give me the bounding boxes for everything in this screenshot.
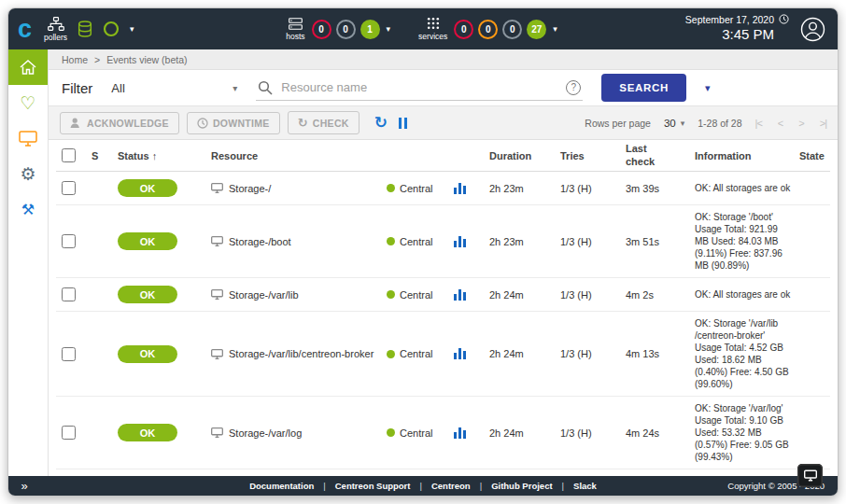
- app-window: c pollers ▾: [7, 7, 839, 497]
- check-button[interactable]: ↻ CHECK: [288, 111, 360, 134]
- acknowledge-button[interactable]: ACKNOWLEDGE: [60, 112, 179, 134]
- counter-badge-red[interactable]: 0: [312, 20, 331, 39]
- parent-cell[interactable]: Central: [387, 289, 454, 301]
- last-page-button[interactable]: >|: [820, 118, 826, 129]
- column-header-severity[interactable]: S: [92, 150, 118, 161]
- row-checkbox[interactable]: [62, 426, 76, 440]
- counter-badge-grey[interactable]: 0: [336, 20, 356, 39]
- separator: |: [419, 481, 421, 491]
- sidebar-item-configuration[interactable]: [8, 120, 48, 156]
- row-checkbox[interactable]: [62, 181, 76, 195]
- table-row[interactable]: OK Storage-/var/log Central 2h 24m 1/3 (…: [56, 397, 830, 469]
- column-header-information[interactable]: Information: [695, 150, 799, 161]
- table-row[interactable]: OK Storage-/ Central 2h 23m 1/3 (H) 3m 3…: [56, 172, 830, 205]
- graph-cell[interactable]: [454, 427, 489, 439]
- footer-link[interactable]: Centreon: [431, 481, 471, 491]
- chart-icon: [454, 289, 466, 301]
- pollers-menu[interactable]: pollers: [44, 17, 67, 42]
- row-checkbox[interactable]: [62, 287, 76, 301]
- counter-badge-red[interactable]: 0: [454, 20, 473, 39]
- column-header-resource[interactable]: Resource: [211, 150, 489, 161]
- hosts-menu[interactable]: hosts: [286, 18, 304, 41]
- footer-link[interactable]: Centreon Support: [335, 481, 411, 491]
- sort-asc-icon: ↑: [152, 150, 158, 161]
- column-header-state[interactable]: State: [799, 150, 830, 161]
- resource-cell[interactable]: Storage-/var/log: [211, 427, 387, 439]
- parent-name: Central: [400, 236, 432, 247]
- centreon-logo: c: [18, 17, 32, 42]
- next-page-button[interactable]: >: [798, 118, 803, 129]
- table-row[interactable]: OK Storage-/var/lib Central 2h 24m 1/3 (…: [56, 278, 830, 312]
- sidebar-expand-icon[interactable]: »: [8, 476, 40, 496]
- sidebar-item-tools[interactable]: ⚒: [8, 191, 48, 227]
- sidebar-item-home[interactable]: [8, 49, 48, 85]
- sidebar-item-monitoring[interactable]: ♡: [8, 85, 48, 120]
- pause-icon[interactable]: [399, 118, 407, 129]
- resource-cell[interactable]: Storage-/var/lib: [211, 289, 387, 301]
- rows-per-page-select[interactable]: 30 ▾: [664, 118, 684, 129]
- database-icon[interactable]: [78, 21, 92, 37]
- last-check-cell: 3m 39s: [626, 183, 695, 194]
- fullscreen-button[interactable]: [797, 464, 823, 487]
- parent-cell[interactable]: Central: [387, 348, 454, 359]
- refresh-icon[interactable]: ↻: [374, 115, 388, 131]
- breadcrumb-separator: >: [94, 54, 100, 65]
- parent-cell[interactable]: Central: [387, 236, 454, 247]
- filter-bar: Filter All ▾ ? SEARCH ▾: [49, 70, 838, 106]
- services-menu[interactable]: services: [418, 17, 447, 41]
- gear-icon: ⚙: [20, 163, 35, 185]
- graph-cell[interactable]: [454, 348, 489, 359]
- column-header-duration[interactable]: Duration: [489, 150, 560, 161]
- person-icon: [70, 118, 82, 129]
- breadcrumb: Home > Events view (beta): [49, 49, 838, 70]
- status-badge: OK: [118, 424, 177, 441]
- table-row[interactable]: OK Storage-/var/lib/centreon-broker Cent…: [56, 312, 830, 397]
- status-dot: [387, 184, 395, 192]
- search-button[interactable]: SEARCH: [601, 74, 686, 102]
- table-row[interactable]: OK Storage-/boot Central 2h 23m 1/3 (H) …: [56, 205, 830, 278]
- status-dot: [387, 290, 395, 299]
- services-badges: 00027: [454, 20, 546, 39]
- parent-name: Central: [400, 427, 432, 439]
- graph-cell[interactable]: [454, 289, 489, 301]
- resource-cell[interactable]: Storage-/var/lib/centreon-broker: [211, 348, 387, 359]
- hosts-label: hosts: [286, 32, 304, 41]
- duration-cell: 2h 24m: [489, 348, 560, 359]
- footer-link[interactable]: Github Project: [491, 481, 552, 491]
- status-ring-icon[interactable]: [103, 21, 120, 37]
- sidebar-item-administration[interactable]: ⚙: [8, 156, 48, 191]
- sidebar: ♡ ⚙ ⚒: [8, 49, 49, 476]
- recheck-icon: ↻: [298, 117, 308, 129]
- resource-cell[interactable]: Storage-/boot: [211, 236, 387, 247]
- first-page-button[interactable]: |<: [755, 118, 762, 129]
- row-checkbox[interactable]: [62, 347, 76, 361]
- graph-cell[interactable]: [454, 183, 489, 194]
- parent-cell[interactable]: Central: [387, 183, 454, 194]
- graph-cell[interactable]: [454, 236, 489, 247]
- resource-cell[interactable]: Storage-/: [211, 183, 387, 194]
- downtime-button[interactable]: DOWNTIME: [187, 112, 280, 134]
- status-dot: [387, 237, 395, 245]
- search-input[interactable]: [281, 80, 557, 94]
- chevron-down-icon[interactable]: ▾: [387, 24, 391, 34]
- breadcrumb-home[interactable]: Home: [62, 54, 88, 65]
- counter-badge-grey[interactable]: 0: [502, 20, 522, 39]
- home-icon: [19, 59, 37, 76]
- counter-badge-green[interactable]: 1: [360, 20, 380, 39]
- prev-page-button[interactable]: <: [778, 118, 783, 129]
- column-header-status[interactable]: Status ↑: [118, 150, 211, 161]
- chevron-down-icon[interactable]: ▾: [130, 24, 134, 34]
- user-avatar-icon[interactable]: [800, 17, 825, 42]
- column-header-tries[interactable]: Tries: [560, 150, 626, 161]
- counter-badge-orange[interactable]: 0: [478, 20, 498, 39]
- filter-select[interactable]: All ▾: [111, 81, 237, 95]
- row-checkbox[interactable]: [62, 234, 76, 248]
- help-icon[interactable]: ?: [566, 80, 581, 95]
- parent-cell[interactable]: Central: [387, 427, 454, 439]
- counter-badge-green[interactable]: 27: [527, 20, 546, 39]
- footer-link[interactable]: Slack: [573, 481, 597, 491]
- advanced-filter-chevron-icon[interactable]: ▾: [705, 82, 711, 94]
- select-all-checkbox[interactable]: [62, 148, 76, 162]
- column-header-last-check[interactable]: Last check: [626, 143, 695, 167]
- footer-link[interactable]: Documentation: [249, 481, 314, 491]
